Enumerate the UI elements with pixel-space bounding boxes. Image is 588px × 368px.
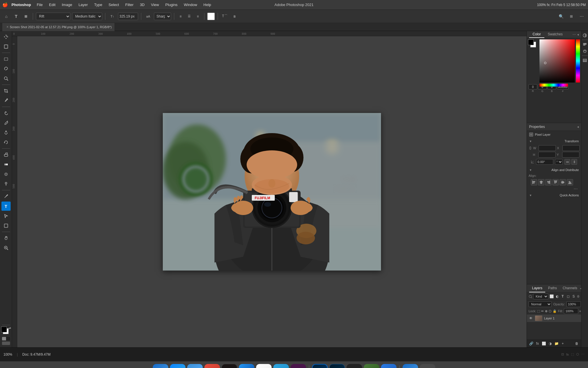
filter-type-icon[interactable]: T: [560, 294, 565, 299]
more-status-icon[interactable]: ⋯: [581, 352, 585, 356]
gradient-tool-button[interactable]: [1, 160, 11, 169]
hue-slider[interactable]: [539, 84, 568, 87]
dodge-tool-button[interactable]: [1, 179, 11, 189]
color-tab[interactable]: Color: [529, 31, 544, 38]
text-align-icon[interactable]: ▦: [22, 12, 30, 20]
menu-help[interactable]: Help: [202, 2, 212, 7]
dock-slack[interactable]: #: [291, 364, 306, 368]
swatches-tab[interactable]: Swatches: [544, 31, 566, 38]
lasso-tool-button[interactable]: [1, 64, 11, 73]
font-size-input[interactable]: [118, 13, 138, 20]
properties-panel-icon-button[interactable]: [582, 41, 588, 47]
menu-edit[interactable]: Edit: [48, 2, 57, 7]
font-style-select[interactable]: Medium Italic: [72, 13, 102, 20]
layer-filter-select[interactable]: Kind: [533, 294, 548, 299]
quick-actions-section-header[interactable]: ▼ Quick Actions: [527, 192, 581, 198]
dock-spotify[interactable]: ♫: [222, 364, 237, 368]
history-brush-tool-button[interactable]: [1, 138, 11, 147]
color-panel-icon-button[interactable]: [582, 32, 588, 39]
dock-testflight[interactable]: ✈: [239, 364, 254, 368]
home-button[interactable]: ⌂: [2, 12, 10, 20]
layout-icon[interactable]: ⬚: [571, 352, 574, 356]
font-family-select[interactable]: Rift: [36, 13, 70, 20]
eyedropper-tool-button[interactable]: [1, 96, 11, 105]
view-options-button[interactable]: ⊞: [567, 12, 575, 20]
align-distribute-section-header[interactable]: ▼ Align and Distribute: [527, 167, 581, 173]
menu-select[interactable]: Select: [107, 2, 120, 7]
3d-text-icon[interactable]: 🗎: [231, 12, 239, 20]
align-right-edges-button[interactable]: [545, 179, 552, 185]
screen-mode-button[interactable]: [2, 342, 10, 345]
color-saturation-field[interactable]: [539, 39, 575, 83]
canvas-area[interactable]: THE GRILL: [17, 36, 527, 347]
dock-trash[interactable]: 🗑: [420, 364, 435, 368]
search-button[interactable]: 🔍: [557, 12, 565, 20]
width-input[interactable]: 2158 px: [539, 145, 556, 151]
history-icon[interactable]: ⊡: [561, 352, 564, 356]
align-center-button[interactable]: ☰: [186, 13, 193, 20]
hue-strip[interactable]: [576, 39, 580, 83]
angle-unit-select[interactable]: °: [555, 159, 563, 165]
blur-tool-button[interactable]: [1, 170, 11, 179]
layers-panel-icon-button[interactable]: [582, 57, 588, 63]
filter-shape-icon[interactable]: ◻: [566, 294, 570, 299]
lock-artboard-button[interactable]: ⬡: [549, 309, 552, 313]
menu-type[interactable]: Type: [93, 2, 103, 7]
dock-folder[interactable]: 📁: [403, 364, 418, 368]
tab-close-icon[interactable]: ✕: [6, 25, 9, 28]
filter-adjustment-icon[interactable]: ◐: [555, 294, 559, 299]
dock-mail[interactable]: ✉: [187, 364, 203, 368]
type-tool-icon[interactable]: T: [12, 12, 20, 20]
filter-active-toggle[interactable]: [577, 295, 579, 298]
lock-transparent-pixels-button[interactable]: ⬚: [537, 309, 540, 313]
text-color-swatch[interactable]: [207, 13, 215, 20]
color-panel-collapse-icon[interactable]: ⋯: [572, 32, 576, 37]
add-style-button[interactable]: fx: [535, 341, 540, 346]
dock-proxyman[interactable]: 🛡: [381, 364, 396, 368]
height-input[interactable]: 1534 px: [538, 152, 556, 158]
dock-ical[interactable]: 📅: [256, 364, 272, 368]
flip-vertical-button[interactable]: ⇕: [571, 159, 577, 165]
more-align-options[interactable]: ⋯: [529, 187, 579, 191]
artboard-tool-button[interactable]: [1, 42, 11, 51]
fx-label[interactable]: fx: [566, 353, 569, 356]
type-tool-button[interactable]: T: [1, 202, 11, 211]
arrange-icon[interactable]: ⬡: [576, 352, 579, 356]
dock-finder[interactable]: 🔵: [153, 364, 168, 368]
layer-row[interactable]: 👁 Layer 1: [527, 315, 581, 322]
align-right-button[interactable]: ≡: [194, 13, 201, 20]
fill-input[interactable]: [564, 308, 578, 314]
layer-visibility-toggle[interactable]: 👁: [529, 316, 533, 321]
adjustments-panel-icon-button[interactable]: [582, 48, 588, 54]
swap-colors-button[interactable]: ⇄: [9, 327, 11, 330]
layers-tab[interactable]: Layers: [529, 284, 545, 292]
clone-stamp-tool-button[interactable]: [1, 128, 11, 137]
lock-image-pixels-button[interactable]: ✏: [541, 309, 544, 313]
warp-text-icon[interactable]: T⌒: [221, 12, 229, 20]
path-select-tool-button[interactable]: [1, 211, 11, 221]
dock-telegram[interactable]: ✈: [273, 364, 289, 368]
align-left-button[interactable]: ≡: [177, 13, 184, 20]
quick-mask-mode-button[interactable]: [2, 337, 10, 340]
new-adjustment-layer-button[interactable]: ◑: [548, 341, 553, 346]
new-layer-button[interactable]: +: [560, 341, 565, 346]
menu-file[interactable]: File: [36, 2, 44, 7]
delete-layer-button[interactable]: 🗑: [574, 341, 579, 346]
zoom-tool-button[interactable]: [1, 243, 11, 252]
quick-select-tool-button[interactable]: [1, 74, 11, 83]
more-options-button[interactable]: ⋯: [578, 12, 586, 20]
properties-panel-expand-icon[interactable]: ◂: [577, 125, 579, 129]
apple-menu[interactable]: 🍎: [2, 2, 8, 7]
move-tool-button[interactable]: [1, 32, 11, 41]
link-layers-button[interactable]: 🔗: [529, 341, 534, 346]
flip-horizontal-button[interactable]: ⇔: [564, 159, 570, 165]
dock-claquette[interactable]: 🎬: [347, 364, 362, 368]
color-r-input[interactable]: [529, 84, 537, 89]
menu-3d[interactable]: 3D: [139, 2, 146, 7]
hand-tool-button[interactable]: [1, 233, 11, 243]
menu-layer[interactable]: Layer: [77, 2, 89, 7]
crop-tool-button[interactable]: [1, 86, 11, 95]
dock-safari[interactable]: 🧭: [170, 364, 185, 368]
paths-tab[interactable]: Paths: [545, 284, 560, 292]
spot-heal-tool-button[interactable]: [1, 108, 11, 118]
